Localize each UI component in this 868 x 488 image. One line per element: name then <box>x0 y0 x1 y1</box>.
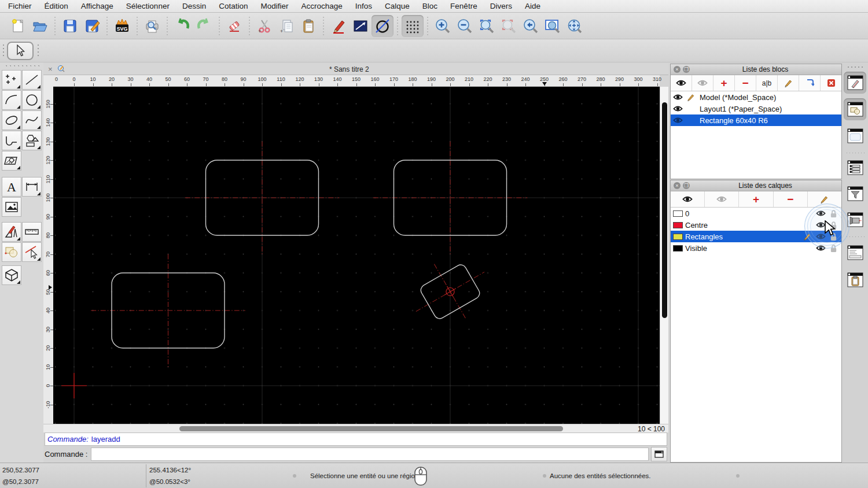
circle-tool-button[interactable] <box>372 15 393 37</box>
delete-entities-button[interactable] <box>223 15 245 37</box>
horizontal-scrollbar[interactable]: 10 < 100 <box>43 424 668 432</box>
layers-panel-close-icon[interactable]: × <box>674 182 681 189</box>
menu-item-selectionner[interactable]: Sélectionner <box>126 2 170 10</box>
menu-item-calque[interactable]: Calque <box>385 2 410 10</box>
paste-button[interactable] <box>297 15 319 37</box>
menu-item-accrochage[interactable]: Accrochage <box>301 2 342 10</box>
text-tool-button[interactable]: A <box>2 177 21 197</box>
rename-block-button[interactable]: a|b <box>756 75 778 91</box>
zoom-in-button[interactable] <box>432 15 454 37</box>
dock-block-list-button[interactable] <box>844 72 866 94</box>
menu-item-fenetre[interactable]: Fenêtre <box>450 2 477 10</box>
modify-tool-button[interactable] <box>2 222 21 242</box>
add-block-button[interactable]: + <box>713 75 735 91</box>
select-entities-tool-button[interactable] <box>22 242 42 262</box>
cube-3d-tool-button[interactable] <box>2 265 21 285</box>
menu-item-fichier[interactable]: Fichier <box>8 2 32 10</box>
select-arrow-button[interactable] <box>7 42 34 60</box>
toolbar-grip[interactable] <box>37 43 39 58</box>
hatch-tool-button[interactable] <box>2 151 21 171</box>
dimension-tool-button[interactable] <box>22 177 42 197</box>
close-document-button[interactable]: × <box>48 65 53 73</box>
block-row[interactable]: Rectangle 60x40 R6 <box>671 114 841 126</box>
horizontal-scrollbar-thumb[interactable] <box>179 426 563 431</box>
block-visibility-toggle[interactable] <box>673 105 685 112</box>
dock-library-button[interactable] <box>844 98 866 120</box>
layer-color-swatch[interactable] <box>673 210 683 217</box>
menu-item-modifier[interactable]: Modifier <box>260 2 288 10</box>
show-all-blocks-button[interactable] <box>671 75 692 91</box>
dock-command-button[interactable] <box>844 242 866 264</box>
open-file-button[interactable] <box>29 15 51 37</box>
menu-item-cotation[interactable]: Cotation <box>219 2 248 10</box>
blocks-panel-detach-icon[interactable]: ❐ <box>683 66 690 73</box>
dock-layer-list-button[interactable] <box>844 157 866 179</box>
zoom-pan-button[interactable] <box>564 15 586 37</box>
delete-all-blocks-button[interactable] <box>821 75 841 91</box>
block-row[interactable]: Layout1 (*Paper_Space) <box>671 103 841 114</box>
draw-pen-button[interactable] <box>328 15 350 37</box>
measure-tool-button[interactable] <box>22 222 42 242</box>
command-input[interactable] <box>91 448 649 461</box>
ellipse-tool-button[interactable] <box>2 110 21 130</box>
menu-item-edition[interactable]: Édition <box>45 2 68 10</box>
cut-button[interactable]: + <box>253 15 275 37</box>
menu-item-dessin[interactable]: Dessin <box>182 2 206 10</box>
block-visibility-toggle[interactable] <box>673 117 685 124</box>
vertical-scrollbar[interactable] <box>660 87 668 424</box>
image-tool-button[interactable] <box>2 197 21 217</box>
menu-item-infos[interactable]: Infos <box>355 2 372 10</box>
zoom-window-button[interactable] <box>542 15 564 37</box>
visibility-eye-icon[interactable] <box>673 94 683 101</box>
line-tool-button[interactable] <box>350 15 372 37</box>
menu-item-bloc[interactable]: Bloc <box>422 2 437 10</box>
layer-color-swatch[interactable] <box>673 222 683 228</box>
toolbar-grip[interactable] <box>2 43 5 58</box>
remove-layer-button[interactable]: − <box>774 191 808 207</box>
menu-item-aide[interactable]: Aide <box>525 2 540 10</box>
spline-tool-button[interactable] <box>22 110 42 130</box>
points-tool-button[interactable] <box>2 70 21 90</box>
redo-button[interactable] <box>193 15 215 37</box>
dock-clipboard-button[interactable] <box>844 269 866 291</box>
zoom-previous-button[interactable] <box>498 15 520 37</box>
circle-tool-button-palette[interactable] <box>22 90 42 110</box>
block-visibility-toggle[interactable] <box>673 94 685 101</box>
shapes-tool-button[interactable] <box>22 131 42 150</box>
command-options-button[interactable] <box>651 447 667 461</box>
zoom-out-button[interactable] <box>454 15 476 37</box>
zoom-redraw-button[interactable] <box>520 15 542 37</box>
grid-toggle-button[interactable] <box>402 15 424 37</box>
drawing-canvas[interactable] <box>53 87 660 424</box>
edit-block-button[interactable] <box>778 75 799 91</box>
layer-color-swatch[interactable] <box>673 245 683 252</box>
dock-filter-button[interactable] <box>844 183 866 205</box>
remove-block-button[interactable]: − <box>735 75 756 91</box>
palette-grip[interactable] <box>5 64 39 67</box>
new-document-button[interactable] <box>7 15 29 37</box>
insert-block-button[interactable] <box>799 75 821 91</box>
zoom-auto-button[interactable] <box>476 15 498 37</box>
line-tool-button-palette[interactable] <box>22 70 42 90</box>
visibility-eye-icon[interactable] <box>673 105 683 112</box>
copy-button[interactable]: + <box>275 15 297 37</box>
save-button[interactable] <box>59 15 81 37</box>
undo-button[interactable] <box>171 15 193 37</box>
dock-grip[interactable] <box>847 66 864 68</box>
polyline-tool-button[interactable] <box>2 131 21 150</box>
visibility-eye-icon[interactable] <box>673 117 683 124</box>
arc-tool-button[interactable] <box>2 90 21 110</box>
add-layer-button[interactable]: + <box>739 191 773 207</box>
vertical-scrollbar-thumb[interactable] <box>662 102 667 318</box>
dock-blank-window-button[interactable] <box>844 125 866 147</box>
menu-item-divers[interactable]: Divers <box>490 2 512 10</box>
layer-color-swatch[interactable] <box>673 234 683 240</box>
block-row[interactable]: Model (*Model_Space) <box>671 91 841 103</box>
show-all-layers-button[interactable] <box>671 191 705 207</box>
hide-all-blocks-button[interactable] <box>692 75 713 91</box>
blocks-tool-button[interactable] <box>2 242 21 262</box>
hide-all-layers-button[interactable] <box>705 191 739 207</box>
export-svg-button[interactable]: SVG <box>111 15 133 37</box>
layers-panel-detach-icon[interactable]: ❐ <box>683 182 690 189</box>
blocks-panel-close-icon[interactable]: × <box>674 66 681 73</box>
